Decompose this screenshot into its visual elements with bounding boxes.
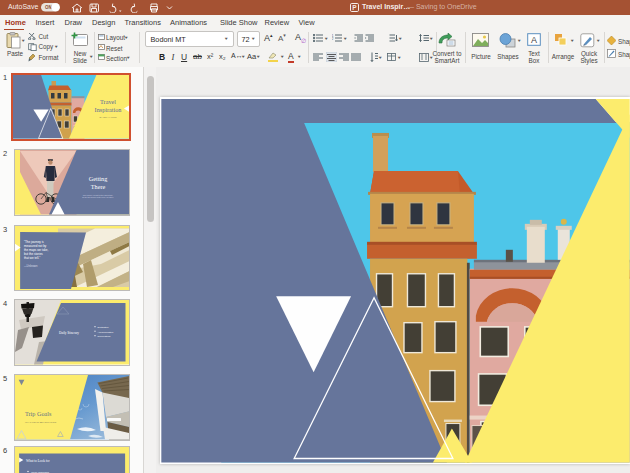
svg-text:so go the scenic route every s: so go the scenic route every so often. [82, 196, 114, 198]
svg-text:WHAT WE’VE SET OUT TO DO: WHAT WE’VE SET OUT TO DO [25, 421, 57, 423]
svg-text:Getting: Getting [88, 175, 107, 182]
svg-text:A: A [531, 35, 537, 45]
svg-text:ON: ON [45, 5, 52, 10]
svg-text:that we tell.”: that we tell.” [24, 256, 40, 260]
svg-text:Daily Itinerary: Daily Itinerary [59, 331, 79, 335]
svg-text:Destination: Destination [97, 326, 109, 328]
svg-text:2: 2 [332, 37, 334, 41]
svg-text:Travel: Travel [100, 98, 116, 105]
svg-text:Trip Goals: Trip Goals [25, 410, 52, 417]
svg-text:P: P [352, 4, 357, 11]
svg-text:There: There [90, 183, 105, 190]
svg-text:What to Look for: What to Look for [26, 459, 51, 463]
svg-text:Accommodation: Accommodation [97, 331, 113, 333]
svg-text:Inspiration: Inspiration [95, 106, 122, 113]
svg-text:Reservations: Reservations [97, 335, 111, 337]
svg-text:BY IZZY HARRIS: BY IZZY HARRIS [99, 116, 117, 118]
svg-text:—Unknown: —Unknown [24, 263, 38, 267]
